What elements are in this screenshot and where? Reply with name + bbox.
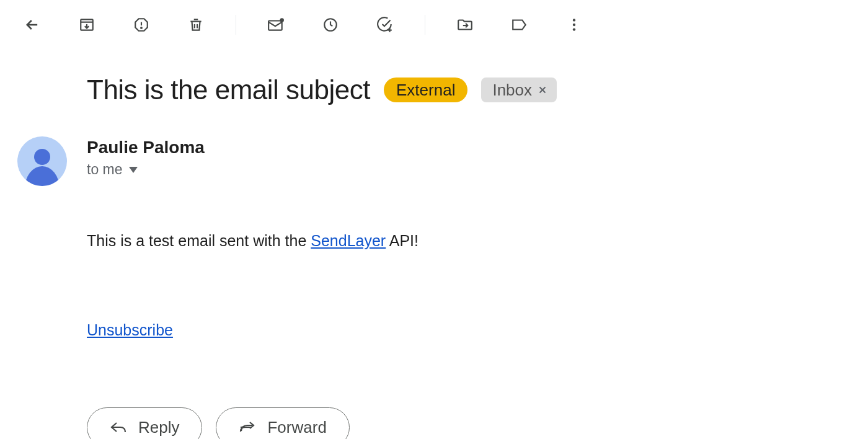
move-to-button[interactable] bbox=[450, 10, 480, 40]
subject-row: This is the email subject External Inbox bbox=[87, 74, 744, 105]
unsubscribe-block: Unsubscribe bbox=[87, 321, 744, 339]
reply-label: Reply bbox=[138, 418, 179, 437]
sender-avatar[interactable] bbox=[17, 136, 67, 186]
add-task-icon bbox=[376, 16, 394, 33]
close-icon bbox=[537, 84, 548, 95]
unsubscribe-link[interactable]: Unsubscribe bbox=[87, 321, 173, 339]
external-badge: External bbox=[384, 78, 467, 102]
body-text-after: API! bbox=[386, 232, 418, 249]
forward-label: Forward bbox=[267, 418, 326, 437]
to-text: to me bbox=[87, 161, 123, 178]
archive-button[interactable] bbox=[72, 10, 102, 40]
inbox-label-chip[interactable]: Inbox bbox=[481, 78, 557, 102]
more-vert-icon bbox=[566, 17, 582, 33]
mark-unread-icon bbox=[267, 17, 285, 33]
sender-info: Paulie Paloma to me bbox=[87, 136, 205, 178]
forward-button[interactable]: Forward bbox=[216, 407, 349, 440]
toolbar-separator bbox=[425, 15, 425, 35]
more-button[interactable] bbox=[559, 10, 589, 40]
snooze-button[interactable] bbox=[316, 10, 345, 40]
label-icon bbox=[511, 17, 528, 33]
recipients-line[interactable]: to me bbox=[87, 161, 205, 178]
back-arrow-icon bbox=[24, 16, 41, 33]
svg-point-3 bbox=[280, 18, 283, 22]
chevron-down-icon bbox=[129, 167, 138, 173]
reply-actions: Reply Forward bbox=[87, 407, 744, 440]
email-content: This is the email subject External Inbox… bbox=[0, 50, 744, 439]
sender-name: Paulie Paloma bbox=[87, 138, 205, 157]
body-text-before: This is a test email sent with the bbox=[87, 232, 311, 249]
labels-button[interactable] bbox=[505, 10, 534, 40]
svg-point-6 bbox=[573, 24, 575, 26]
svg-point-1 bbox=[141, 27, 142, 29]
spam-icon bbox=[133, 17, 149, 33]
email-toolbar bbox=[0, 0, 868, 50]
move-folder-icon bbox=[456, 17, 474, 33]
add-to-tasks-button[interactable] bbox=[370, 10, 400, 40]
reply-icon bbox=[110, 420, 127, 434]
toolbar-separator bbox=[236, 15, 236, 35]
forward-arrow-icon bbox=[239, 421, 256, 433]
delete-button[interactable] bbox=[181, 10, 211, 40]
report-spam-button[interactable] bbox=[126, 10, 156, 40]
reply-button[interactable]: Reply bbox=[87, 407, 202, 440]
mark-unread-button[interactable] bbox=[261, 10, 291, 40]
email-subject: This is the email subject bbox=[87, 74, 370, 105]
svg-point-5 bbox=[573, 19, 575, 21]
sendlayer-link[interactable]: SendLayer bbox=[311, 232, 386, 249]
inbox-label-text: Inbox bbox=[492, 81, 532, 100]
archive-icon bbox=[79, 17, 95, 33]
email-body: This is a test email sent with the SendL… bbox=[87, 229, 744, 253]
sender-row: Paulie Paloma to me bbox=[17, 136, 744, 186]
remove-label-button[interactable] bbox=[537, 84, 548, 95]
back-button[interactable] bbox=[17, 10, 47, 40]
clock-icon bbox=[322, 17, 339, 33]
svg-point-7 bbox=[573, 28, 575, 30]
trash-icon bbox=[188, 17, 204, 33]
